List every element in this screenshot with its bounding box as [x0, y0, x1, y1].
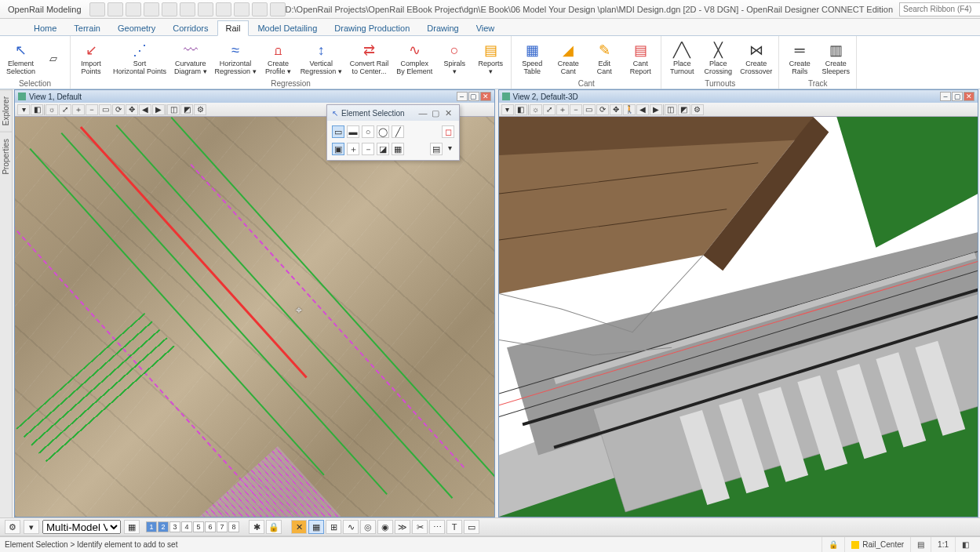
sort-horizontal-points-button[interactable]: ⋰Sort Horizontal Points: [111, 40, 168, 77]
view-next-button[interactable]: ▶: [152, 104, 165, 115]
toggle-acs-button[interactable]: ◎: [360, 520, 376, 534]
zoom-in-button[interactable]: ＋: [556, 104, 569, 115]
spirals-button[interactable]: ○Spirals ▾: [439, 40, 470, 77]
qat-button[interactable]: [198, 2, 213, 16]
qat-button[interactable]: [107, 2, 123, 16]
view-groups-button[interactable]: ▾: [24, 520, 39, 534]
view-maximize-button[interactable]: ▢: [952, 92, 963, 101]
view2-canvas[interactable]: [499, 117, 978, 517]
fit-view-button[interactable]: ⤢: [59, 104, 71, 115]
method-shape-button[interactable]: ○: [362, 125, 374, 138]
cant-report-button[interactable]: ▤Cant Report: [625, 40, 656, 77]
rotate-view-button[interactable]: ⟳: [596, 104, 609, 115]
qat-button[interactable]: [162, 2, 177, 16]
horizontal-regression-button[interactable]: ≈Horizontal Regression ▾: [213, 40, 258, 77]
locks-button[interactable]: 🔒: [266, 520, 282, 534]
view-previous-button[interactable]: ◀: [139, 104, 151, 115]
search-input[interactable]: [899, 2, 980, 16]
toggle-iso-button[interactable]: ≫: [395, 520, 410, 534]
view-next-button[interactable]: ▶: [650, 104, 662, 115]
view-toggle-4[interactable]: 4: [181, 521, 192, 532]
view-close-button[interactable]: ✕: [480, 92, 491, 101]
view-tools-button[interactable]: ⚙: [194, 104, 206, 115]
toggle-assoc-button[interactable]: ∿: [343, 520, 359, 534]
view-toggle-7[interactable]: 7: [217, 521, 228, 532]
view-tools-button[interactable]: ⚙: [691, 104, 704, 115]
view-toggle-6[interactable]: 6: [205, 521, 216, 532]
view-toggle-5[interactable]: 5: [193, 521, 204, 532]
dialog-titlebar[interactable]: ↖ Element Selection — ▢ ✕: [327, 105, 459, 121]
tab-drawing[interactable]: Drawing: [418, 20, 467, 36]
import-points-button[interactable]: ↙Import Points: [75, 40, 107, 77]
tab-geometry[interactable]: Geometry: [109, 20, 164, 36]
reports-button[interactable]: ▤Reports ▾: [475, 40, 506, 77]
model-combo[interactable]: Multi-Model Views: [42, 520, 121, 534]
select-all-button[interactable]: ▤: [430, 143, 443, 155]
element-selection-dialog[interactable]: ↖ Element Selection — ▢ ✕ ▭ ▬ ○ ◯ ╱ ◻ ▣ …: [326, 104, 460, 161]
dialog-close-button[interactable]: ✕: [442, 108, 454, 118]
tab-rail[interactable]: Rail: [217, 20, 250, 36]
tab-view[interactable]: View: [468, 20, 504, 36]
view-attributes-button[interactable]: ▾: [501, 104, 514, 115]
tab-corridors[interactable]: Corridors: [164, 20, 217, 36]
create-rails-button[interactable]: ═Create Rails: [784, 40, 815, 77]
toggle-grid-button[interactable]: ▦: [308, 520, 324, 534]
view1-canvas[interactable]: ⌖: [15, 117, 494, 517]
display-style-button[interactable]: ◧: [31, 104, 43, 115]
zoom-in-button[interactable]: ＋: [72, 104, 85, 115]
qat-button[interactable]: [216, 2, 231, 16]
toggle-text-button[interactable]: T: [446, 520, 462, 534]
tab-drawing-production[interactable]: Drawing Production: [326, 20, 418, 36]
mode-add-button[interactable]: ＋: [347, 143, 359, 155]
zoom-out-button[interactable]: －: [570, 104, 582, 115]
dialog-expand-button[interactable]: ▾: [445, 143, 454, 154]
view-toggle-8[interactable]: 8: [228, 521, 239, 532]
mode-subtract-button[interactable]: －: [362, 143, 374, 155]
method-individual-button[interactable]: ▭: [332, 125, 344, 138]
zoom-out-button[interactable]: －: [86, 104, 98, 115]
place-crossing-button[interactable]: ╳Place Crossing: [702, 40, 734, 77]
create-profile-button[interactable]: ⩍Create Profile ▾: [263, 40, 294, 77]
toggle-unit-button[interactable]: ⊞: [326, 520, 341, 534]
view-minimize-button[interactable]: –: [457, 92, 468, 101]
toggle-cut-button[interactable]: ✂: [412, 520, 428, 534]
clip-volume-button[interactable]: ◫: [167, 104, 180, 115]
mode-new-button[interactable]: ▣: [332, 143, 344, 155]
mode-clear-button[interactable]: ▦: [392, 143, 404, 155]
view-attributes-button[interactable]: ▾: [17, 104, 30, 115]
toggle-annot-button[interactable]: ◉: [377, 520, 393, 534]
view1-titlebar[interactable]: View 1, Default – ▢ ✕: [15, 90, 494, 103]
curvature-diagram-button[interactable]: 〰Curvature Diagram ▾: [173, 40, 209, 77]
edit-cant-button[interactable]: ✎Edit Cant: [588, 40, 620, 77]
clip-mask-button[interactable]: ◩: [180, 104, 193, 115]
rotate-view-button[interactable]: ⟳: [112, 104, 125, 115]
adjust-brightness-button[interactable]: ☼: [46, 104, 58, 115]
pan-button[interactable]: ✥: [610, 104, 622, 115]
clip-volume-button[interactable]: ◫: [665, 104, 677, 115]
create-cant-button[interactable]: ◢Create Cant: [552, 40, 584, 77]
display-style-button[interactable]: ◧: [515, 104, 527, 115]
qat-button[interactable]: [126, 2, 141, 16]
vertical-regression-button[interactable]: ↕Vertical Regression ▾: [299, 40, 344, 77]
view-minimize-button[interactable]: –: [940, 92, 951, 101]
status-scale-icon[interactable]: 1:1: [931, 537, 955, 552]
speed-table-button[interactable]: ▦Speed Table: [516, 40, 548, 77]
qat-button[interactable]: [144, 2, 159, 16]
status-lock-icon[interactable]: 🔒: [822, 537, 844, 552]
dialog-minimize-button[interactable]: —: [417, 108, 429, 118]
create-sleepers-button[interactable]: ▥Create Sleepers: [820, 40, 851, 77]
tab-terrain[interactable]: Terrain: [65, 20, 109, 36]
window-area-button[interactable]: ▭: [583, 104, 596, 115]
complex-by-element-button[interactable]: ∿Complex By Element: [395, 40, 434, 77]
status-display-icon[interactable]: ▤: [910, 537, 931, 552]
toggle-more-button[interactable]: ⋯: [429, 520, 445, 534]
adjust-brightness-button[interactable]: ☼: [530, 104, 542, 115]
convert-rail-to-center-button[interactable]: ⇄Convert Rail to Center...: [348, 40, 391, 77]
create-crossover-button[interactable]: ⋈Create Crossover: [738, 40, 774, 77]
view-toggle-button[interactable]: ▦: [124, 520, 140, 534]
element-selection-button[interactable]: ↖Element Selection: [5, 40, 37, 77]
accudraw-toggle-button[interactable]: ✕: [291, 520, 307, 534]
window-area-button[interactable]: ▭: [99, 104, 111, 115]
status-level[interactable]: Rail_Center: [844, 537, 910, 552]
view-toggle-3[interactable]: 3: [169, 521, 180, 532]
